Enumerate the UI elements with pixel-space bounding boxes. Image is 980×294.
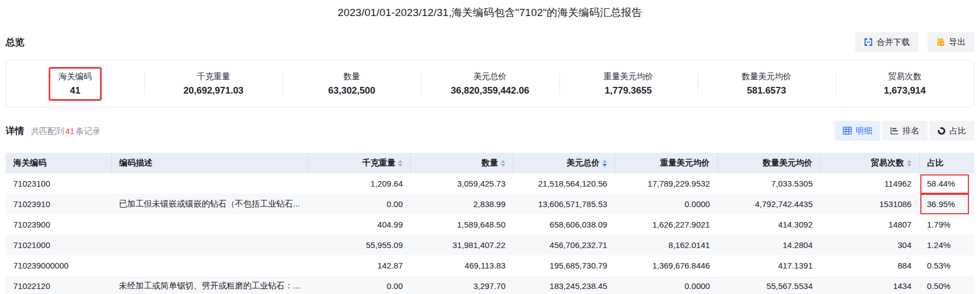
summary-stat-5: 数量美元均价581.6573 — [698, 60, 836, 107]
cell-kg: 0.00 — [308, 276, 411, 294]
cell-code: 71022120 — [6, 276, 111, 294]
cell-qty: 3,297.70 — [411, 276, 513, 294]
cell-usd_per_qty: 55,567.5534 — [717, 276, 820, 294]
cell-share: 1.79% — [919, 214, 974, 235]
match-count: 41 — [64, 126, 76, 136]
donut-icon — [937, 127, 946, 135]
cell-qty: 2,838.99 — [411, 194, 513, 214]
column-header-label: 数量 — [481, 158, 498, 168]
cell-desc: 未经加工或简单锯切、劈开或粗磨的工业钻石：... — [111, 276, 308, 294]
column-header-label: 数量美元均价 — [763, 158, 813, 168]
merge-download-button[interactable]: 合并下载 — [855, 32, 919, 52]
cell-usd_per_qty: 414.3092 — [717, 214, 820, 235]
column-header-usd_per_kg: 重量美元均价 — [615, 153, 718, 173]
cell-share: 0.50% — [919, 276, 974, 294]
stat-value: 1,779.3655 — [604, 85, 653, 96]
view-mode-tabs: 明细排名占比 — [835, 121, 974, 141]
cell-share: 36.95% — [919, 194, 974, 214]
sort-arrows-icon[interactable] — [398, 160, 402, 167]
cell-trades: 1434 — [820, 276, 919, 294]
table-row: 71023910已加工但未镶嵌或镶嵌的钻石（不包括工业钻石...0.002,83… — [6, 194, 974, 214]
cell-trades: 14807 — [820, 214, 919, 235]
column-header-label: 贸易次数 — [871, 158, 904, 168]
view-tab-占比[interactable]: 占比 — [929, 121, 974, 141]
cell-trades: 114962 — [820, 173, 919, 194]
summary-stat-1: 千克重量20,692,971.03 — [144, 60, 282, 107]
column-header-usd_per_qty: 数量美元均价 — [717, 153, 820, 173]
detail-section-bar: 详情 共匹配到41条记录 明细排名占比 — [6, 121, 974, 141]
table-row: 71023900404.991,589,648.50658,606,038.09… — [6, 214, 974, 235]
column-header-kg[interactable]: 千克重量 — [308, 153, 411, 173]
cell-share: 58.44% — [919, 173, 974, 194]
cell-share: 0.53% — [919, 255, 974, 276]
merge-download-label: 合并下载 — [877, 37, 910, 48]
cell-usd_per_kg: 8,162.0141 — [615, 235, 718, 255]
cell-desc — [111, 173, 308, 194]
cell-desc: 已加工但未镶嵌或镶嵌的钻石（不包括工业钻石... — [111, 194, 308, 214]
cell-usd: 456,706,232.71 — [513, 235, 615, 255]
column-header-usd[interactable]: 美元总价 — [513, 153, 615, 173]
stat-label: 数量美元均价 — [742, 71, 792, 82]
sort-arrows-icon[interactable] — [501, 160, 505, 167]
cell-usd: 13,606,571,785.53 — [513, 194, 615, 214]
column-header-code: 海关编码 — [6, 153, 111, 173]
stat-value: 581.6573 — [742, 85, 792, 96]
column-header-label: 美元总价 — [567, 158, 600, 168]
view-tab-label: 明细 — [856, 126, 872, 136]
stat-label: 数量 — [328, 71, 375, 82]
column-header-label: 千克重量 — [362, 158, 395, 168]
cell-trades: 884 — [820, 255, 919, 276]
cell-code: 71021000 — [6, 235, 111, 255]
match-summary: 共匹配到41条记录 — [31, 126, 101, 137]
cell-desc — [111, 235, 308, 255]
page-title: 2023/01/01-2023/12/31,海关编码包含"7102"的海关编码汇… — [0, 0, 980, 20]
cell-usd_per_qty: 4,792,742.4435 — [717, 194, 820, 214]
stat-label: 千克重量 — [184, 71, 244, 82]
column-header-trades[interactable]: 贸易次数 — [820, 153, 919, 173]
view-tab-label: 排名 — [903, 126, 919, 136]
cell-qty: 469,113.83 — [411, 255, 513, 276]
cell-desc — [111, 255, 308, 276]
cell-usd: 195,685,730.79 — [513, 255, 615, 276]
stat-label: 贸易次数 — [884, 71, 926, 82]
cell-share: 1.24% — [919, 235, 974, 255]
export-button[interactable]: 导出 — [927, 32, 974, 52]
cell-qty: 1,589,648.50 — [411, 214, 513, 235]
cell-usd: 183,245,238.45 — [513, 276, 615, 294]
detail-table: 海关编码编码描述千克重量数量美元总价重量美元均价数量美元均价贸易次数占比 710… — [6, 153, 974, 294]
sort-arrows-icon[interactable] — [907, 160, 911, 167]
cell-usd_per_qty: 14.2804 — [717, 235, 820, 255]
table-row: 7102100055,955.0931,981,407.22456,706,23… — [6, 235, 974, 255]
cell-usd_per_kg: 17,789,229.9532 — [615, 173, 718, 194]
column-header-label: 占比 — [927, 158, 944, 168]
sort-arrows-icon[interactable] — [602, 160, 607, 167]
ranking-icon — [890, 127, 899, 135]
column-header-desc: 编码描述 — [111, 153, 308, 173]
column-header-share: 占比 — [919, 153, 974, 173]
cell-usd_per_kg: 0.0000 — [615, 276, 718, 294]
summary-stat-0: 海关编码41 — [6, 60, 144, 107]
cell-kg: 404.99 — [308, 214, 411, 235]
export-label: 导出 — [949, 37, 966, 48]
top-buttons: 合并下载 导出 — [855, 32, 974, 52]
cell-usd_per_qty: 417.1391 — [717, 255, 820, 276]
stat-value: 36,820,359,442.06 — [451, 85, 530, 96]
cell-code: 71023900 — [6, 214, 111, 235]
stat-label: 美元总价 — [451, 71, 530, 82]
stat-label: 重量美元均价 — [604, 71, 653, 82]
cell-trades: 304 — [820, 235, 919, 255]
view-tab-排名[interactable]: 排名 — [882, 121, 927, 141]
cell-kg: 55,955.09 — [308, 235, 411, 255]
view-tab-明细[interactable]: 明细 — [835, 121, 881, 141]
cell-usd: 658,606,038.09 — [513, 214, 615, 235]
cell-qty: 3,059,425.73 — [411, 173, 513, 194]
table-row: 71022120未经加工或简单锯切、劈开或粗磨的工业钻石：...0.003,29… — [6, 276, 974, 294]
cell-usd_per_kg: 1,369,676.8446 — [615, 255, 718, 276]
summary-stat-4: 重量美元均价1,779.3655 — [559, 60, 698, 107]
column-header-label: 编码描述 — [119, 158, 153, 168]
cell-kg: 142.87 — [308, 255, 411, 276]
column-header-qty[interactable]: 数量 — [411, 153, 513, 173]
cell-desc — [111, 214, 308, 235]
detail-heading: 详情 — [6, 125, 24, 137]
cell-kg: 1,209.64 — [308, 173, 411, 194]
